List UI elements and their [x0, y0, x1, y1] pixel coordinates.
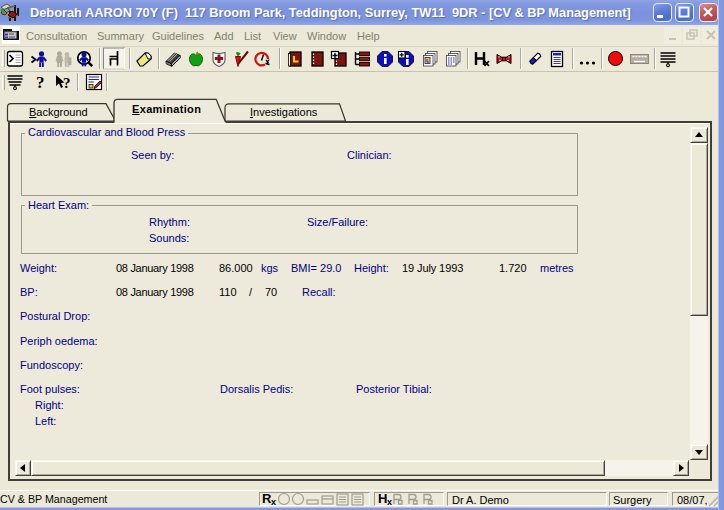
svg-text:x: x: [271, 497, 276, 506]
svg-text:H: H: [378, 492, 387, 506]
svg-text:?: ?: [63, 75, 71, 91]
svg-text:x: x: [387, 497, 392, 506]
svg-text:?: ?: [36, 73, 45, 92]
